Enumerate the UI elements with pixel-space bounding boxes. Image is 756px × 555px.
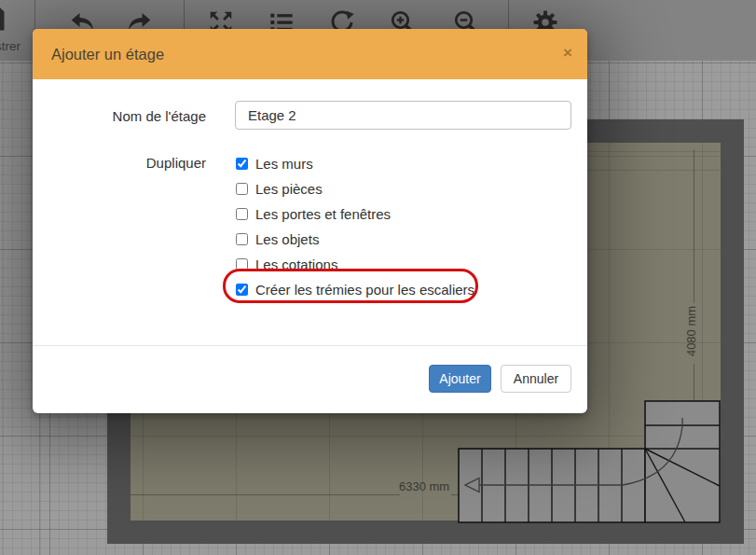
save-icon bbox=[0, 4, 7, 36]
footer-divider bbox=[33, 345, 587, 346]
floor-name-label: Nom de l'étage bbox=[33, 108, 206, 124]
checkbox-row-stair-openings[interactable]: Créer les trémies pour les escaliers bbox=[236, 280, 474, 298]
checkbox-label: Les objets bbox=[255, 231, 319, 247]
floor-name-input[interactable] bbox=[235, 101, 571, 130]
checkbox-label: Les pièces bbox=[255, 181, 323, 197]
save-button-label: Enregistrer bbox=[0, 39, 21, 53]
stair-openings-checkbox[interactable] bbox=[236, 284, 248, 296]
checkbox-label: Les murs bbox=[255, 156, 313, 172]
checkbox-row-doors-windows[interactable]: Les portes et fenêtres bbox=[236, 204, 391, 223]
walls-checkbox[interactable] bbox=[236, 158, 248, 170]
add-floor-dialog: Ajouter un étage × Nom de l'étage Dupliq… bbox=[33, 29, 587, 413]
dim-line-horizontal-left bbox=[131, 494, 400, 495]
objects-checkbox[interactable] bbox=[236, 233, 248, 245]
checkbox-label: Les cotations bbox=[255, 257, 337, 272]
stairs-object[interactable] bbox=[457, 399, 729, 530]
checkbox-row-objects[interactable]: Les objets bbox=[236, 229, 319, 248]
dimension-height-label: 4080 mm bbox=[684, 306, 698, 356]
dialog-title: Ajouter un étage bbox=[51, 29, 164, 79]
checkbox-label: Les portes et fenêtres bbox=[255, 206, 391, 222]
dialog-header: Ajouter un étage × bbox=[33, 29, 587, 79]
cancel-button[interactable]: Annuler bbox=[501, 365, 571, 393]
add-button[interactable]: Ajouter bbox=[429, 365, 491, 393]
checkbox-label: Créer les trémies pour les escaliers bbox=[255, 282, 474, 298]
close-icon[interactable]: × bbox=[563, 29, 572, 77]
dimension-width-label: 6330 mm bbox=[399, 479, 449, 493]
rooms-checkbox[interactable] bbox=[236, 183, 248, 195]
checkbox-row-walls[interactable]: Les murs bbox=[236, 154, 313, 173]
dim-line-vertical-top bbox=[694, 149, 694, 303]
checkbox-row-dimensions[interactable]: Les cotations bbox=[236, 255, 337, 273]
doors-windows-checkbox[interactable] bbox=[236, 208, 248, 220]
duplicate-label: Dupliquer bbox=[33, 155, 206, 171]
checkbox-row-rooms[interactable]: Les pièces bbox=[236, 179, 323, 198]
dimensions-checkbox[interactable] bbox=[236, 258, 248, 271]
